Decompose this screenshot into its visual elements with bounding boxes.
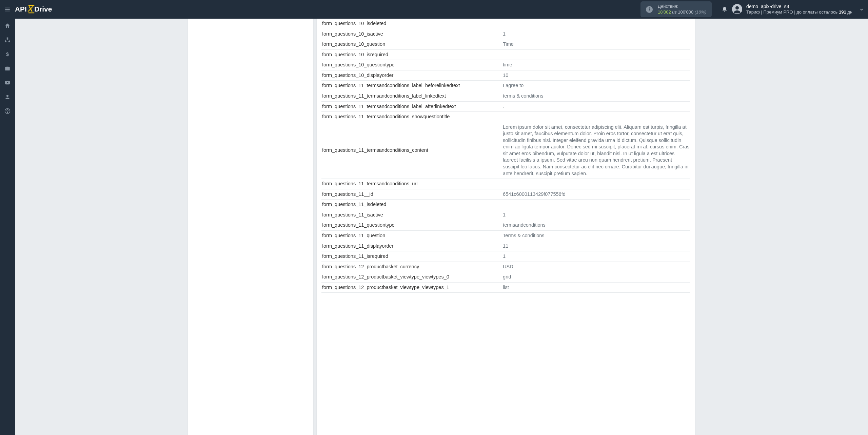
bell-icon xyxy=(722,6,728,13)
field-value xyxy=(502,19,690,29)
table-row: form_questions_10_questionTime xyxy=(321,39,690,50)
avatar-icon xyxy=(732,4,742,14)
field-key: form_questions_12_productbasket_viewtype… xyxy=(321,282,502,293)
field-value: 1 xyxy=(502,210,690,220)
table-row: form_questions_11_termsandconditions_sho… xyxy=(321,112,690,122)
youtube-icon xyxy=(4,80,11,86)
field-value: USD xyxy=(502,262,690,272)
dollar-icon: $ xyxy=(4,51,11,57)
left-sidebar: $ xyxy=(0,19,15,435)
info-icon: i xyxy=(646,6,653,13)
nav-billing[interactable]: $ xyxy=(0,47,15,61)
field-key: form_questions_11_termsandconditions_lab… xyxy=(321,81,502,91)
field-key: form_questions_11_termsandconditions_url xyxy=(321,179,502,189)
avatar xyxy=(732,4,742,14)
table-row: form_questions_12_productbasket_viewtype… xyxy=(321,272,690,283)
actions-count: 18'002 xyxy=(658,9,671,15)
hamburger-menu-button[interactable] xyxy=(0,0,15,19)
user-subtitle: Тариф | Премиум PRO | до оплаты осталось… xyxy=(746,9,852,15)
actions-label: Действия: xyxy=(658,4,706,9)
field-key: form_questions_10_questiontype xyxy=(321,60,502,70)
field-value: terms & conditions xyxy=(502,91,690,101)
nav-account[interactable] xyxy=(0,90,15,104)
logo[interactable]: API X Drive xyxy=(15,0,71,19)
fields-table: form_questions_10_isdeletedform_question… xyxy=(321,19,690,293)
user-name: demo_apix-drive_s3 xyxy=(746,3,852,9)
field-value: Lorem ipsum dolor sit amet, consectetur … xyxy=(502,122,690,179)
sitemap-icon xyxy=(4,37,11,43)
nav-youtube[interactable] xyxy=(0,76,15,90)
field-value: I agree to xyxy=(502,81,690,91)
user-menu[interactable]: demo_apix-drive_s3 Тариф | Премиум PRO |… xyxy=(732,3,857,15)
page-container: form_questions_10_isdeletedform_question… xyxy=(187,19,696,435)
table-row: form_questions_11_isdeleted xyxy=(321,200,690,210)
home-icon xyxy=(4,23,11,29)
svg-text:Drive: Drive xyxy=(34,5,52,13)
table-row: form_questions_12_productbasket_currency… xyxy=(321,262,690,272)
svg-rect-13 xyxy=(5,41,7,42)
svg-rect-14 xyxy=(8,41,10,42)
field-key: form_questions_11_questiontype xyxy=(321,220,502,231)
table-row: form_questions_10_isrequired xyxy=(321,49,690,60)
field-key: form_questions_11_termsandconditions_sho… xyxy=(321,112,502,122)
left-panel xyxy=(188,19,313,435)
svg-point-20 xyxy=(7,112,8,113)
field-key: form_questions_11_question xyxy=(321,230,502,241)
top-header: API X Drive i Действия: 18'002 из 100'00… xyxy=(0,0,868,19)
hamburger-icon xyxy=(4,6,11,13)
svg-rect-7 xyxy=(28,12,34,13)
field-value: grid xyxy=(502,272,690,283)
notifications-button[interactable] xyxy=(717,6,732,13)
field-key: form_questions_12_productbasket_currency xyxy=(321,262,502,272)
svg-rect-12 xyxy=(7,38,8,39)
field-value xyxy=(502,200,690,210)
table-row: form_questions_11__id6541c6000113429f077… xyxy=(321,189,690,200)
user-icon xyxy=(4,94,11,100)
field-key: form_questions_10_isactive xyxy=(321,29,502,39)
svg-rect-6 xyxy=(28,5,34,6)
field-key: form_questions_10_question xyxy=(321,39,502,50)
table-row: form_questions_12_productbasket_viewtype… xyxy=(321,282,690,293)
user-text-block: demo_apix-drive_s3 Тариф | Премиум PRO |… xyxy=(746,3,852,15)
field-value: 10 xyxy=(502,70,690,81)
field-value: Terms & conditions xyxy=(502,230,690,241)
field-key: form_questions_10_isrequired xyxy=(321,49,502,60)
svg-point-18 xyxy=(6,95,8,97)
nav-connections[interactable] xyxy=(0,33,15,47)
table-row: form_questions_10_questiontypetime xyxy=(321,60,690,70)
apixdrive-logo-icon: API X Drive xyxy=(15,5,68,14)
svg-point-11 xyxy=(735,6,739,10)
field-value xyxy=(502,49,690,60)
user-menu-chevron[interactable] xyxy=(857,7,868,12)
field-value: time xyxy=(502,60,690,70)
actions-of: из xyxy=(672,9,676,15)
actions-usage-box[interactable]: i Действия: 18'002 из 100'000 (18%) xyxy=(640,1,712,18)
field-key: form_questions_11_termsandconditions_lab… xyxy=(321,91,502,101)
table-row: form_questions_11_termsandconditions_lab… xyxy=(321,81,690,91)
nav-briefcase[interactable] xyxy=(0,61,15,76)
field-value: 1 xyxy=(502,29,690,39)
chevron-down-icon xyxy=(859,7,864,12)
svg-text:$: $ xyxy=(6,51,9,57)
field-key: form_questions_11_termsandconditions_lab… xyxy=(321,101,502,112)
field-value: list xyxy=(502,282,690,293)
field-value: 1 xyxy=(502,251,690,262)
table-row: form_questions_10_isdeleted xyxy=(321,19,690,29)
table-row: form_questions_11_displayorder11 xyxy=(321,241,690,251)
table-row: form_questions_11_termsandconditions_lab… xyxy=(321,101,690,112)
actions-text-block: Действия: 18'002 из 100'000 (18%) xyxy=(658,4,706,15)
field-key: form_questions_12_productbasket_viewtype… xyxy=(321,272,502,283)
table-row: form_questions_11_questionTerms & condit… xyxy=(321,230,690,241)
svg-text:API: API xyxy=(15,5,27,13)
table-row: form_questions_11_termsandconditions_url xyxy=(321,179,690,189)
field-value: termsandconditions xyxy=(502,220,690,231)
field-value: Time xyxy=(502,39,690,50)
field-key: form_questions_10_isdeleted xyxy=(321,19,502,29)
briefcase-icon xyxy=(4,65,11,71)
table-row: form_questions_11_termsandconditions_lab… xyxy=(321,91,690,101)
field-key: form_questions_11_isactive xyxy=(321,210,502,220)
table-row: form_questions_11_isactive1 xyxy=(321,210,690,220)
actions-percent: (18%) xyxy=(695,9,707,15)
nav-help[interactable] xyxy=(0,104,15,118)
nav-home[interactable] xyxy=(0,19,15,33)
